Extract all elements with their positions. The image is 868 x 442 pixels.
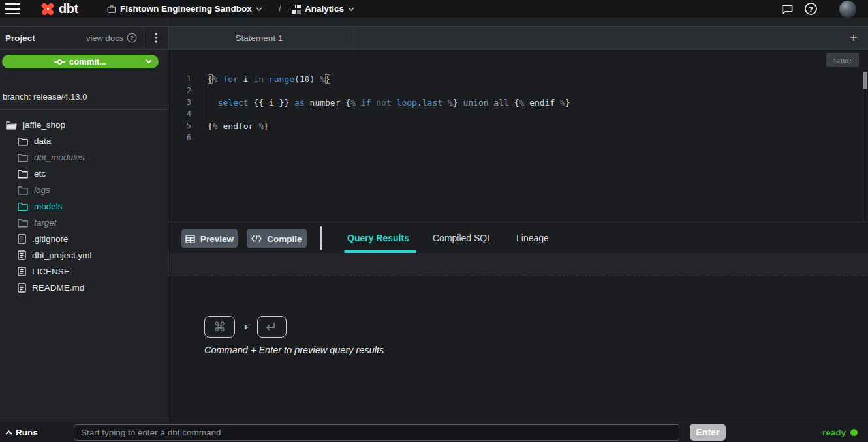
table-icon	[185, 235, 195, 243]
code-text: {% endfor %}	[191, 121, 269, 131]
folder-icon	[18, 153, 28, 162]
tree-item-label: dbt_project.yml	[32, 250, 92, 260]
code-icon	[251, 235, 262, 243]
chevron-down-icon	[348, 7, 354, 11]
code-line-4[interactable]: 4	[168, 108, 868, 120]
dbt-logo-text: dbt	[59, 1, 78, 16]
commit-button-label: commit...	[69, 57, 106, 66]
menu-icon[interactable]	[5, 3, 20, 14]
code-line-5[interactable]: 5{% endfor %}	[168, 120, 868, 132]
dbt-command-input[interactable]	[74, 424, 679, 441]
code-line-6[interactable]: 6	[168, 132, 868, 143]
folder-icon	[18, 186, 28, 195]
code-text: {% for i in range(10) %}	[191, 74, 330, 84]
tree-item-label: logs	[34, 185, 50, 195]
runs-label: Runs	[16, 428, 38, 437]
toolbar-divider	[320, 226, 322, 250]
tree-item-models[interactable]: models	[0, 198, 168, 214]
command-bar: Runs Enter ready	[0, 422, 868, 442]
breadcrumb-separator: /	[279, 3, 281, 14]
file-icon	[18, 234, 26, 244]
tree-item-dbt-project-yml[interactable]: dbt_project.yml	[0, 247, 168, 263]
tree-item-etc[interactable]: etc	[0, 166, 168, 182]
chevron-down-icon	[256, 7, 262, 11]
commit-button[interactable]: commit...	[2, 55, 159, 68]
line-number: 5	[168, 121, 191, 130]
line-number: 3	[168, 98, 191, 107]
status-label: ready	[822, 428, 846, 437]
user-avatar[interactable]	[839, 0, 856, 18]
save-button[interactable]: save	[826, 53, 859, 67]
code-editor[interactable]: 1{% for i in range(10) %}23 select {{ i …	[168, 70, 868, 222]
tree-item-label: LICENSE	[32, 267, 70, 276]
tree-item-label: target	[34, 218, 57, 228]
tree-item-target[interactable]: target	[0, 214, 168, 231]
account-selector[interactable]: Analytics	[292, 0, 354, 18]
preview-button[interactable]: Preview	[181, 229, 238, 248]
chevron-up-icon	[5, 430, 12, 435]
code-line-2[interactable]: 2	[168, 85, 868, 96]
sidebar-header: Project view docs ?	[0, 26, 168, 50]
line-number: 4	[168, 110, 191, 119]
line-number: 2	[168, 86, 191, 95]
tree-item-label: data	[34, 136, 51, 146]
divider	[0, 109, 168, 110]
tree-item-label: etc	[34, 169, 46, 179]
svg-text:?: ?	[809, 5, 813, 13]
tree-item-license[interactable]: LICENSE	[0, 263, 168, 280]
results-tab-lineage[interactable]: Lineage	[516, 222, 549, 253]
results-tab-compiled-sql[interactable]: Compiled SQL	[433, 222, 492, 253]
folder-icon	[18, 202, 28, 211]
plus-label: +	[243, 322, 249, 332]
project-selector[interactable]: Fishtown Engineering Sandbox	[107, 0, 262, 18]
sidebar-menu-button[interactable]	[144, 33, 168, 43]
file-icon	[18, 283, 26, 293]
file-icon	[18, 250, 26, 260]
kebab-icon	[155, 33, 157, 43]
dbt-logo[interactable]: dbt	[40, 1, 78, 16]
status-indicator: ready	[822, 422, 858, 442]
tree-item-label: models	[34, 201, 63, 211]
enter-key-icon: ↵	[257, 316, 287, 338]
shortcut-hint: Command + Enter to preview query results	[204, 345, 384, 355]
code-line-1[interactable]: 1{% for i in range(10) %}	[168, 73, 868, 85]
tree-item--gitignore[interactable]: .gitignore	[0, 231, 168, 247]
add-tab-button[interactable]: +	[845, 29, 863, 47]
results-toolbar: Preview Compile Query ResultsCompiled SQ…	[168, 222, 868, 253]
tree-item-dbt-modules[interactable]: dbt_modules	[0, 149, 168, 166]
git-commit-icon	[54, 59, 65, 65]
enter-button[interactable]: Enter	[690, 424, 726, 441]
tree-item-data[interactable]: data	[0, 133, 168, 149]
shortcut-keys: ⌘ + ↵	[204, 316, 287, 338]
folder-open-icon	[6, 121, 17, 130]
results-tab-query-results[interactable]: Query Results	[347, 222, 409, 253]
file-tree: jaffle_shopdatadbt_modulesetclogsmodelst…	[0, 117, 168, 296]
tree-item-jaffle-shop[interactable]: jaffle_shop	[0, 117, 168, 133]
docs-help-icon: ?	[127, 33, 137, 43]
project-sidebar: Project view docs ? commit... branch: re…	[0, 18, 168, 422]
view-docs-link[interactable]: view docs ?	[86, 33, 144, 43]
tree-item-logs[interactable]: logs	[0, 182, 168, 198]
line-number: 6	[168, 133, 191, 142]
status-dot-icon	[850, 429, 858, 436]
chat-button[interactable]	[781, 0, 794, 18]
commit-chevron-icon[interactable]	[146, 59, 152, 63]
dbt-logo-icon	[40, 1, 55, 16]
results-panel: ⌘ + ↵ Command + Enter to preview query r…	[168, 276, 868, 422]
runs-toggle[interactable]: Runs	[5, 422, 38, 442]
editor-scrollbar[interactable]	[863, 70, 868, 222]
briefcase-icon	[107, 5, 116, 14]
tree-item-readme-md[interactable]: README.md	[0, 280, 168, 296]
line-number: 1	[168, 74, 191, 83]
help-button[interactable]: ?	[804, 0, 818, 18]
tree-item-label: dbt_modules	[34, 153, 84, 162]
scrollbar-thumb[interactable]	[863, 72, 867, 89]
tree-item-label: .gitignore	[32, 234, 69, 244]
folder-icon	[18, 169, 28, 179]
tab-statement-1[interactable]: Statement 1	[168, 27, 350, 50]
compile-button[interactable]: Compile	[247, 229, 307, 248]
chat-icon	[781, 3, 794, 15]
top-bar: dbt Fishtown Engineering Sandbox / Analy…	[0, 0, 868, 18]
preview-button-label: Preview	[200, 234, 234, 244]
code-line-3[interactable]: 3 select {{ i }} as number {% if not loo…	[168, 96, 868, 108]
